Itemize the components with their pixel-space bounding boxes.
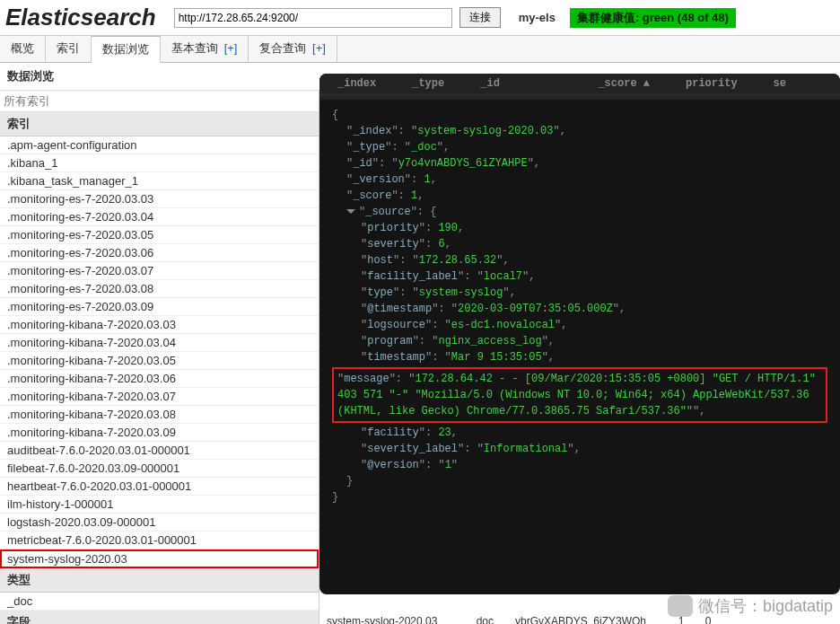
- plus-icon[interactable]: [+]: [224, 41, 238, 55]
- index-item[interactable]: .kibana_task_manager_1: [0, 172, 319, 190]
- section-type: 类型: [0, 568, 319, 593]
- index-item[interactable]: .monitoring-kibana-7-2020.03.04: [0, 334, 319, 352]
- section-indices: 索引: [0, 112, 319, 136]
- index-item[interactable]: .monitoring-kibana-7-2020.03.08: [0, 406, 319, 424]
- section-field: 字段: [0, 611, 319, 624]
- index-item[interactable]: .monitoring-kibana-7-2020.03.06: [0, 370, 319, 388]
- tab-basic-query[interactable]: 基本查询 [+]: [161, 36, 249, 62]
- index-item[interactable]: .kibana_1: [0, 154, 319, 172]
- tab-indices[interactable]: 索引: [46, 36, 92, 62]
- index-item[interactable]: auditbeat-7.6.0-2020.03.01-000001: [0, 442, 319, 460]
- index-item[interactable]: ilm-history-1-000001: [0, 496, 319, 514]
- plus-icon[interactable]: [+]: [312, 41, 326, 55]
- wechat-icon: [668, 595, 693, 617]
- watermark: 微信号：bigdatatip: [668, 595, 833, 617]
- health-badge: 集群健康值: green (48 of 48): [570, 8, 736, 28]
- index-item[interactable]: .monitoring-es-7-2020.03.03: [0, 190, 319, 208]
- index-item[interactable]: .monitoring-es-7-2020.03.09: [0, 298, 319, 316]
- index-item[interactable]: system-syslog-2020.03: [0, 549, 319, 568]
- raw-data-modal: ✕ 原始数据 _index_type_id _score ▲priorityse…: [319, 74, 840, 594]
- tab-browse[interactable]: 数据浏览: [92, 36, 161, 63]
- index-item[interactable]: .monitoring-kibana-7-2020.03.09: [0, 424, 319, 442]
- connect-button[interactable]: 连接: [459, 7, 501, 28]
- index-item[interactable]: logstash-2020.03.09-000001: [0, 514, 319, 532]
- main-tabs: 概览 索引 数据浏览 基本查询 [+] 复合查询 [+]: [0, 36, 840, 63]
- index-item[interactable]: .monitoring-es-7-2020.03.05: [0, 226, 319, 244]
- message-highlight: "message": "172.28.64.42 - - [09/Mar/202…: [332, 367, 827, 423]
- index-item[interactable]: metricbeat-7.6.0-2020.03.01-000001: [0, 532, 319, 549]
- cluster-name: my-els: [519, 11, 556, 24]
- index-item[interactable]: .monitoring-es-7-2020.03.04: [0, 208, 319, 226]
- index-item[interactable]: .monitoring-kibana-7-2020.03.03: [0, 316, 319, 334]
- sidebar: 索引 .apm-agent-configuration.kibana_1.kib…: [0, 91, 319, 624]
- index-search-input[interactable]: [0, 91, 319, 112]
- app-logo: Elasticsearch: [5, 4, 156, 31]
- index-item[interactable]: filebeat-7.6.0-2020.03.09-000001: [0, 460, 319, 478]
- caret-down-icon[interactable]: [346, 209, 355, 214]
- index-item[interactable]: .monitoring-kibana-7-2020.03.07: [0, 388, 319, 406]
- table-header: _index_type_id _score ▲priorityse: [319, 74, 840, 93]
- json-viewer[interactable]: { "_index": "system-syslog-2020.03", "_t…: [319, 100, 840, 584]
- tab-compound-query[interactable]: 复合查询 [+]: [249, 36, 337, 62]
- cluster-url-input[interactable]: [174, 8, 452, 28]
- index-item[interactable]: .monitoring-es-7-2020.03.07: [0, 262, 319, 280]
- tab-overview[interactable]: 概览: [0, 36, 46, 62]
- index-item[interactable]: .monitoring-kibana-7-2020.03.05: [0, 352, 319, 370]
- index-item[interactable]: .monitoring-es-7-2020.03.06: [0, 244, 319, 262]
- type-item[interactable]: _doc: [0, 593, 319, 611]
- index-item[interactable]: .apm-agent-configuration: [0, 136, 319, 154]
- index-item[interactable]: heartbeat-7.6.0-2020.03.01-000001: [0, 478, 319, 496]
- index-item[interactable]: .monitoring-es-7-2020.03.08: [0, 280, 319, 298]
